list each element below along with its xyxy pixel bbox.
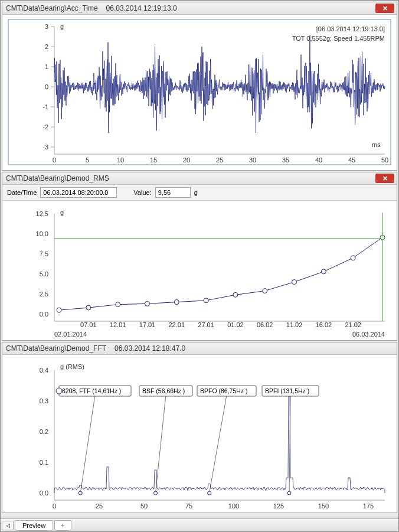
svg-line-83 <box>210 395 227 493</box>
date-input[interactable] <box>40 187 117 198</box>
svg-text:21.02: 21.02 <box>345 321 361 328</box>
chart-demod-rms[interactable]: 0,0 2,5 5,0 7,5 10,0 12,5 g 07.0112.0117… <box>2 201 397 340</box>
svg-text:12,5: 12,5 <box>36 210 48 217</box>
svg-text:7,5: 7,5 <box>40 250 48 257</box>
value-unit: g <box>194 189 198 196</box>
svg-text:0,3: 0,3 <box>40 397 48 404</box>
svg-point-42 <box>174 300 179 305</box>
svg-text:12.01: 12.01 <box>110 321 126 328</box>
svg-point-91 <box>56 388 62 394</box>
panel-title-1: CMT\Data\Bearing\Acc_Time 06.03.2014 12:… <box>2 2 397 15</box>
svg-text:15: 15 <box>150 156 157 164</box>
ylabel-3: g (RMS) <box>60 363 84 370</box>
svg-point-45 <box>263 289 267 293</box>
value-input[interactable] <box>155 187 191 198</box>
chart-demod-fft[interactable]: 0,0 0,1 0,2 0,3 0,4 0 25 50 75 100 125 1… <box>2 355 397 512</box>
svg-point-80 <box>154 491 158 495</box>
svg-text:5,0: 5,0 <box>40 270 48 278</box>
panel-title-2: CMT\Data\Bearing\Demod_RMS ✕ <box>2 172 397 185</box>
svg-point-47 <box>321 269 326 274</box>
x-end-date: 06.03.2014 <box>352 331 385 338</box>
tab-bar: ◁ Preview + <box>1 518 398 531</box>
svg-text:1: 1 <box>45 63 48 70</box>
svg-text:20: 20 <box>183 156 190 164</box>
svg-text:25: 25 <box>216 156 223 164</box>
svg-point-40 <box>116 302 120 307</box>
info-line-2: TOT 0,5552g; Speed 1.455RPM <box>292 35 385 42</box>
svg-text:40: 40 <box>315 156 322 164</box>
info-line-1: [06.03.2014 12:19:13.0] <box>316 25 385 32</box>
svg-point-48 <box>351 256 355 260</box>
svg-text:-3: -3 <box>42 143 48 151</box>
svg-point-46 <box>292 280 297 285</box>
panel-path-1: CMT\Data\Bearing\Acc_Time <box>6 4 98 12</box>
svg-point-38 <box>57 308 61 312</box>
svg-text:16.02: 16.02 <box>316 321 332 328</box>
svg-text:3: 3 <box>45 23 48 30</box>
svg-text:150: 150 <box>318 502 329 510</box>
svg-point-88 <box>287 491 291 495</box>
svg-text:27.01: 27.01 <box>198 321 214 328</box>
close-button-2[interactable]: ✕ <box>375 174 394 183</box>
tab-add[interactable]: + <box>54 520 71 531</box>
panel-acc-time: CMT\Data\Bearing\Acc_Time 06.03.2014 12:… <box>2 2 397 171</box>
panel-demod-fft: CMT\Data\Bearing\Demod_FFT 06.03.2014 12… <box>2 342 397 513</box>
tab-scroll-left[interactable]: ◁ <box>2 521 14 530</box>
panel-demod-rms: CMT\Data\Bearing\Demod_RMS ✕ Date/Time V… <box>2 172 397 341</box>
x-start-date: 02.01.2014 <box>54 331 87 338</box>
ylabel-1: g <box>60 23 64 30</box>
svg-text:50: 50 <box>381 156 388 164</box>
svg-text:BSF (56,66Hz ): BSF (56,66Hz ) <box>142 387 185 394</box>
svg-text:2: 2 <box>45 43 48 50</box>
svg-text:0,0: 0,0 <box>40 489 48 497</box>
svg-text:22.01: 22.01 <box>169 321 185 328</box>
svg-text:01.02: 01.02 <box>227 321 244 328</box>
svg-text:0: 0 <box>53 502 56 510</box>
ylabel-2: g <box>60 209 64 216</box>
tab-preview[interactable]: Preview <box>15 520 53 531</box>
xlabel-1: ms <box>372 141 381 148</box>
svg-text:0: 0 <box>45 83 48 90</box>
panel-timestamp-3: 06.03.2014 12:18:47.0 <box>115 344 185 353</box>
panel-timestamp-1: 06.03.2014 12:19:13.0 <box>106 4 177 12</box>
svg-point-39 <box>86 305 91 310</box>
svg-text:-2: -2 <box>42 123 48 130</box>
svg-line-75 <box>80 395 95 493</box>
svg-text:75: 75 <box>185 502 192 510</box>
svg-text:06.02: 06.02 <box>257 321 273 328</box>
svg-point-43 <box>204 298 208 303</box>
panel-path-2: CMT\Data\Bearing\Demod_RMS <box>6 174 109 182</box>
svg-text:0: 0 <box>53 156 56 164</box>
svg-text:10,0: 10,0 <box>36 230 48 237</box>
svg-text:45: 45 <box>348 156 355 164</box>
svg-text:0,2: 0,2 <box>40 428 48 435</box>
svg-text:125: 125 <box>273 502 284 510</box>
svg-text:5: 5 <box>86 156 89 164</box>
panel-path-3: CMT\Data\Bearing\Demod_FFT <box>6 344 106 353</box>
svg-text:0,1: 0,1 <box>40 459 48 466</box>
svg-text:BPFI (131,5Hz ): BPFI (131,5Hz ) <box>265 387 309 394</box>
svg-point-76 <box>79 491 82 495</box>
svg-point-44 <box>233 292 238 297</box>
svg-text:30: 30 <box>249 156 256 164</box>
svg-line-79 <box>156 395 166 493</box>
chart-acc-time[interactable]: -3 -2 -1 0 1 2 3 0 5 10 15 20 25 30 35 4… <box>2 15 397 169</box>
svg-text:0,0: 0,0 <box>40 311 48 318</box>
svg-text:6208, FTF (14,61Hz ): 6208, FTF (14,61Hz ) <box>62 387 121 394</box>
toolbar-demod-rms: Date/Time Value: g <box>2 185 397 201</box>
close-button-1[interactable]: ✕ <box>375 4 394 13</box>
svg-text:100: 100 <box>228 502 239 510</box>
value-label: Value: <box>133 189 151 196</box>
svg-text:11.02: 11.02 <box>286 321 303 328</box>
svg-text:10: 10 <box>117 156 124 164</box>
svg-text:BPFO (86,75Hz ): BPFO (86,75Hz ) <box>200 387 248 394</box>
svg-text:25: 25 <box>96 502 103 510</box>
svg-point-84 <box>208 491 211 495</box>
panel-title-3: CMT\Data\Bearing\Demod_FFT 06.03.2014 12… <box>2 342 397 355</box>
svg-text:0,4: 0,4 <box>40 367 48 374</box>
svg-point-41 <box>145 301 149 306</box>
svg-text:50: 50 <box>140 502 148 510</box>
svg-text:2,5: 2,5 <box>40 291 48 298</box>
date-label: Date/Time <box>7 189 37 196</box>
svg-text:-1: -1 <box>42 103 48 110</box>
